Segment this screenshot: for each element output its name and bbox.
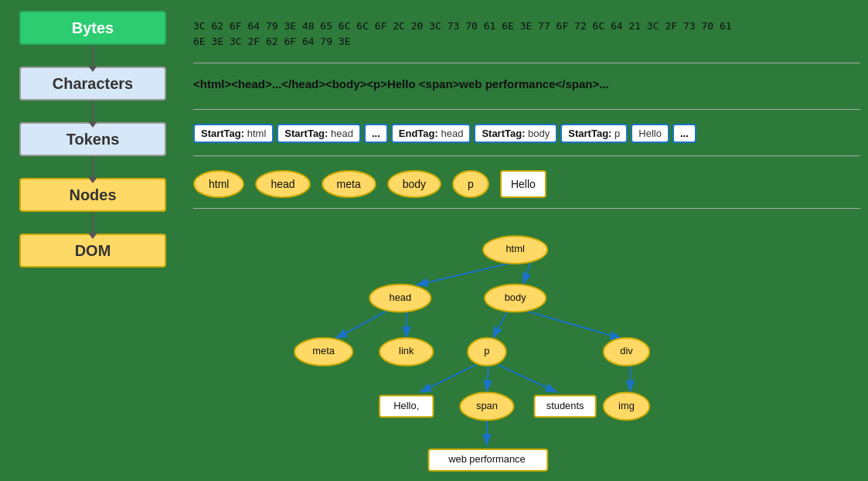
token-starttag-html: StartTag: html [193, 124, 274, 143]
dom-node-p-label: p [484, 345, 489, 356]
token-starttag-p: StartTag: p [560, 124, 628, 143]
token-starttag-body: StartTag: body [474, 124, 557, 143]
node-p: p [452, 170, 489, 198]
edge-head-meta [335, 311, 386, 339]
dom-section: html head body meta link p div [193, 215, 860, 481]
token-ellipsis-1: ... [364, 124, 388, 143]
node-hello-text: Hello [500, 170, 546, 198]
bytes-line2: 6E 3E 3C 2F 62 6F 64 79 3E [193, 36, 351, 47]
nodes-row: html head meta body p Hello [193, 162, 860, 198]
tokens-row: StartTag: html StartTag: head ... EndTag… [193, 116, 860, 143]
tokens-section: StartTag: html StartTag: head ... EndTag… [193, 116, 860, 156]
dom-node-web-performance-label: web performance [448, 453, 525, 465]
edge-html-body [523, 262, 531, 285]
bytes-line1: 3C 62 6F 64 79 3E 48 65 6C 6C 6F 2C 20 3… [193, 20, 732, 32]
dom-node-hello-comma-label: Hello, [393, 400, 419, 411]
edge-p-span [487, 365, 488, 393]
dom-node-html-label: html [505, 243, 524, 254]
dom-node-meta-label: meta [312, 345, 335, 356]
bytes-section: 3C 62 6F 64 79 3E 48 65 6C 6C 6F 2C 20 3… [193, 11, 860, 63]
chars-bold: <html><head>...</head><body><p>Hello <sp… [193, 77, 609, 90]
token-starttag-head: StartTag: head [277, 124, 361, 143]
edge-body-p [492, 311, 508, 339]
edge-p-hello [420, 365, 475, 393]
chars-section: <html><head>...</head><body><p>Hello <sp… [193, 70, 860, 110]
arrow-nodes-to-dom [92, 212, 94, 234]
edge-p-students [499, 365, 557, 393]
node-body: body [387, 170, 441, 198]
arrow-tokens-to-nodes [92, 156, 94, 178]
dom-node-link-label: link [399, 345, 414, 356]
chars-text: <html><head>...</head><body><p>Hello <sp… [193, 70, 860, 90]
arrow-chars-to-tokens [92, 101, 94, 122]
dom-svg: html head body meta link p div [193, 215, 860, 481]
stage-bytes: Bytes [19, 11, 166, 45]
dom-node-img-label: img [618, 400, 635, 411]
dom-node-div-label: div [620, 345, 633, 356]
right-panel: 3C 62 6F 64 79 3E 48 65 6C 6C 6F 2C 20 3… [186, 0, 868, 481]
dom-node-head-label: head [389, 292, 411, 303]
dom-node-span-label: span [476, 400, 498, 411]
nodes-section: html head meta body p Hello [193, 162, 860, 209]
node-html: html [193, 170, 244, 198]
token-ellipsis-2: ... [672, 124, 696, 143]
dom-node-body-label: body [505, 292, 526, 303]
main-container: Bytes Characters Tokens Nodes DOM 3C 62 … [0, 0, 868, 481]
left-panel: Bytes Characters Tokens Nodes DOM [0, 0, 186, 481]
dom-node-students-label: students [546, 400, 584, 411]
edge-html-head [416, 262, 516, 285]
token-hello: Hello [631, 124, 669, 143]
token-endtag-head: EndTag: head [391, 124, 471, 143]
node-head: head [255, 170, 310, 198]
bytes-text: 3C 62 6F 64 79 3E 48 65 6C 6C 6F 2C 20 3… [193, 11, 860, 49]
edge-body-div [527, 311, 623, 339]
node-meta: meta [322, 170, 376, 198]
arrow-bytes-to-chars [92, 45, 94, 67]
